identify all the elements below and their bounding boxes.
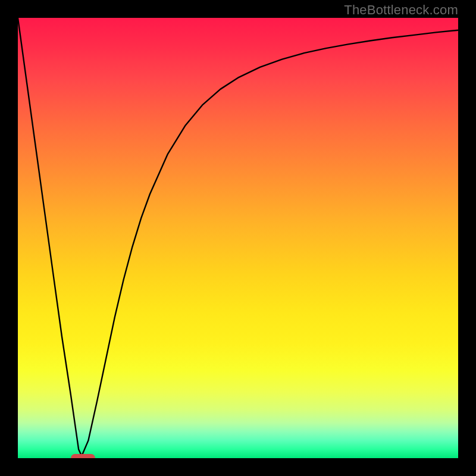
chart-frame: TheBottleneck.com (0, 0, 476, 476)
curve-layer (18, 18, 458, 458)
watermark-label: TheBottleneck.com (344, 2, 458, 18)
optimal-marker (71, 454, 95, 458)
bottleneck-curve (18, 18, 458, 456)
plot-area (18, 18, 458, 458)
